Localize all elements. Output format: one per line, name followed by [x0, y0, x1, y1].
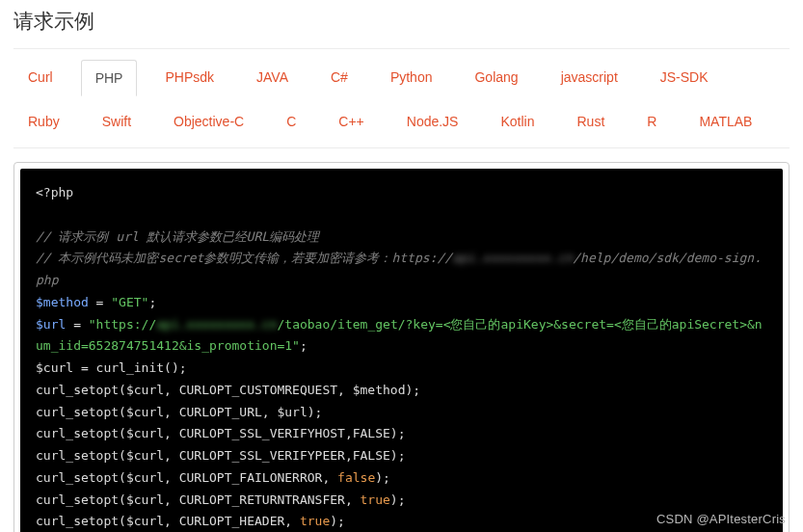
page-title: 请求示例 [13, 0, 790, 49]
language-tabs: CurlPHPPHPsdkJAVAC#PythonGolangjavascrip… [13, 49, 790, 148]
tab-javascript[interactable]: javascript [547, 59, 632, 95]
code-comment-2: // 本示例代码未加密secret参数明文传输，若要加密请参考：https://… [36, 251, 762, 287]
tab-objective-c[interactable]: Objective-C [159, 103, 258, 140]
code-line-returntransfer: curl_setopt($curl, CURLOPT_RETURNTRANSFE… [36, 492, 406, 507]
tab-ruby[interactable]: Ruby [13, 103, 74, 140]
redacted-domain: api.xxxxxxxxx.cn [156, 314, 277, 336]
code-line-url-setopt: curl_setopt($curl, CURLOPT_URL, $url); [36, 405, 322, 419]
tab-php[interactable]: PHP [81, 60, 138, 96]
code-line-customrequest: curl_setopt($curl, CURLOPT_CUSTOMREQUEST… [36, 383, 420, 397]
code-line-verifypeer: curl_setopt($curl, CURLOPT_SSL_VERIFYPEE… [36, 448, 406, 463]
tab-r[interactable]: R [632, 103, 671, 140]
code-block: <?php // 请求示例 url 默认请求参数已经URL编码处理 // 本示例… [20, 169, 783, 532]
code-line-url: $url = "https://api.xxxxxxxxx.cn/taobao/… [36, 317, 763, 354]
tab-phpsdk[interactable]: PHPsdk [150, 59, 228, 95]
tab-swift[interactable]: Swift [88, 103, 146, 140]
code-line-curl-init: $curl = curl_init(); [36, 360, 187, 375]
code-comment-1: // 请求示例 url 默认请求参数已经URL编码处理 [36, 229, 319, 244]
tab-python[interactable]: Python [376, 59, 447, 95]
tab-java[interactable]: JAVA [242, 59, 303, 95]
tab-curl[interactable]: Curl [13, 59, 67, 95]
tab-rust[interactable]: Rust [563, 103, 620, 140]
code-line-header: curl_setopt($curl, CURLOPT_HEADER, true)… [36, 514, 345, 528]
tab-matlab[interactable]: MATLAB [684, 103, 766, 140]
tab-js-sdk[interactable]: JS-SDK [646, 59, 723, 95]
php-open-tag: <?php [36, 185, 73, 200]
tab-kotlin[interactable]: Kotlin [486, 103, 549, 140]
tab-golang[interactable]: Golang [460, 59, 532, 95]
tab-c-[interactable]: C# [316, 59, 362, 95]
redacted-domain: api.xxxxxxxxx.cn [452, 248, 573, 270]
code-line-verifyhost: curl_setopt($curl, CURLOPT_SSL_VERIFYHOS… [36, 426, 406, 440]
tab-node-js[interactable]: Node.JS [392, 103, 473, 140]
code-line-method: $method = "GET"; [36, 295, 156, 309]
code-line-failonerror: curl_setopt($curl, CURLOPT_FAILONERROR, … [36, 470, 390, 485]
tab-c[interactable]: C [272, 103, 310, 140]
tab-c-[interactable]: C++ [324, 103, 378, 140]
code-wrapper: <?php // 请求示例 url 默认请求参数已经URL编码处理 // 本示例… [13, 162, 790, 532]
